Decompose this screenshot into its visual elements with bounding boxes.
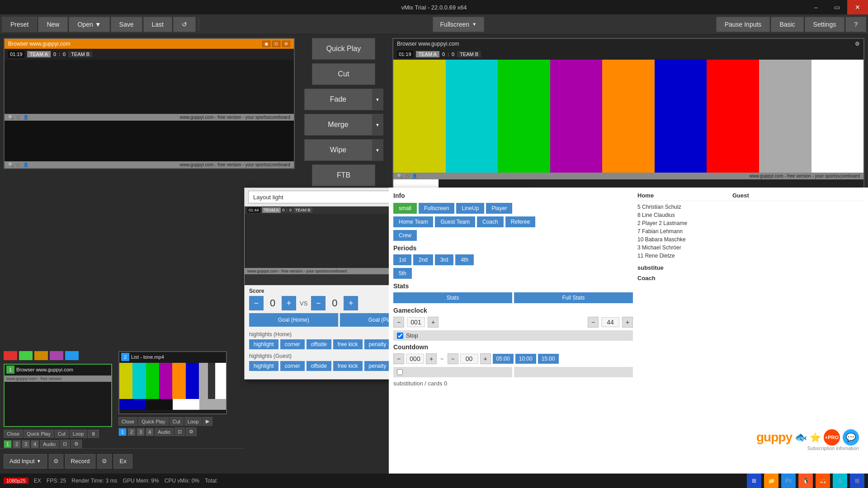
period-1st[interactable]: 1st [393,254,411,265]
right-gear-icon[interactable]: ⚙ [855,41,860,47]
hl-home-corner[interactable]: corner [280,339,305,349]
crew-button[interactable]: Crew [393,230,417,241]
home-team-button[interactable]: Home Team [393,216,433,227]
goal-home-button[interactable]: Goal (Home) [249,313,338,327]
open-button[interactable]: Open ▼ [69,17,109,32]
hl-guest-penalty[interactable]: penalty [364,361,391,371]
input-2-n3[interactable]: 3 [137,428,145,436]
cd-plus2[interactable]: + [480,353,491,364]
firefox-icon[interactable]: 🦊 [816,474,830,488]
folder-icon[interactable]: 📁 [764,474,778,488]
guest-team-button[interactable]: Guest Team [435,216,475,227]
left-gear-icon[interactable]: ⚙ [282,41,290,47]
cd-plus[interactable]: + [426,353,437,364]
cd-time-2[interactable]: 10:00 [515,354,536,364]
input-2-close[interactable]: Close [118,417,137,426]
input-2-n1[interactable]: 1 [118,428,127,436]
input-1[interactable]: 1 Browser www.guppyi.com www.guppyi.com … [4,364,112,427]
input-2-quickplay[interactable]: Quick Play [138,417,169,426]
swatch-orange[interactable] [34,351,48,360]
cd-stop-checkbox[interactable] [397,369,403,375]
save-button[interactable]: Save [111,17,142,32]
input-1-n2[interactable]: 2 [13,440,21,448]
stop-checkbox[interactable] [397,333,403,339]
input-1-cut[interactable]: Cut [55,430,69,438]
cut-button[interactable]: Cut [312,63,375,85]
input-1-n3[interactable]: 3 [22,440,30,448]
merge-button[interactable]: Merge [304,114,373,136]
merge-arrow-button[interactable]: ▼ [373,114,383,136]
score-home-plus[interactable]: + [282,296,296,310]
app3-icon[interactable]: 🐧 [798,474,813,488]
input-1-audio[interactable]: Audio [40,440,59,448]
hl-home-highlight[interactable]: highlight [249,339,278,349]
input-2-gear[interactable]: ⚙ [186,427,197,436]
ftb-button[interactable]: FTB [312,164,375,186]
cd-countdown-bar[interactable]: Cowndown [514,367,633,377]
input-2-cut[interactable]: Cut [170,417,184,426]
new-button[interactable]: New [38,17,68,32]
help-button[interactable]: ? [845,17,866,32]
hl-guest-freekick[interactable]: free kick [333,361,363,371]
gameclock-minus2[interactable]: − [588,317,599,328]
input-1-quickplay[interactable]: Quick Play [24,430,54,438]
fullscreen-info-button[interactable]: Fullscreen [419,203,454,214]
input-2-n2[interactable]: 2 [127,428,136,436]
swatch-green[interactable] [19,351,33,360]
last-button[interactable]: Last [143,17,172,32]
preset-button[interactable]: Preset [2,17,37,32]
record-gear-button[interactable]: ⚙ [97,454,112,469]
settings-button[interactable]: Settings [805,17,845,32]
score-guest-minus[interactable]: − [311,296,326,310]
pause-inputs-button[interactable]: Pause Inputs [716,17,770,32]
period-4th[interactable]: 4th [455,254,474,265]
input-2-monitor[interactable]: ⊡ [175,427,185,436]
hl-guest-offside[interactable]: offside [307,361,331,371]
input-2-play[interactable]: ▶ [203,417,212,426]
add-input-gear-button[interactable]: ⚙ [49,454,63,469]
wipe-arrow-button[interactable]: ▼ [373,139,383,161]
score-home-minus[interactable]: − [249,296,264,310]
hl-home-penalty[interactable]: penalty [364,339,391,349]
cd-minus2[interactable]: − [448,353,458,364]
ex-button[interactable]: Ex [113,454,132,469]
maximize-button[interactable]: ▭ [826,0,847,14]
hl-home-freekick[interactable]: free kick [333,339,363,349]
photoshop-icon[interactable]: Ps [781,474,796,488]
app6-icon[interactable]: ⊞ [850,474,864,488]
input-1-n4[interactable]: 4 [31,440,39,448]
fade-button[interactable]: Fade [304,89,373,110]
swatch-red[interactable] [4,351,17,360]
minimize-button[interactable]: – [806,0,826,14]
add-input-button[interactable]: Add Input ▼ [4,454,47,469]
cd-stop-bar[interactable]: Stop [393,367,512,377]
input-1-monitor[interactable]: ⊡ [60,440,70,448]
swatch-purple[interactable] [50,351,63,360]
period-3rd[interactable]: 3rd [435,254,453,265]
input-1-close[interactable]: Close [4,430,23,438]
fade-arrow-button[interactable]: ▼ [373,89,383,110]
stop-bar[interactable]: Stop [393,330,633,341]
fullscreen-dropdown[interactable]: Fullscreen ▼ [433,17,485,32]
record-button[interactable]: Record [65,454,96,469]
input-1-pause[interactable]: ⏸ [88,430,99,438]
hl-guest-highlight[interactable]: highlight [249,361,278,371]
basic-button[interactable]: Basic [771,17,803,32]
cd-time-1[interactable]: 05:00 [493,354,514,364]
input-2[interactable]: 2 List - tone.mp4 [118,351,227,414]
score-guest-plus[interactable]: + [344,296,358,310]
lineup-button[interactable]: LineUp [456,203,484,214]
chat-badge[interactable]: 💬 [843,429,859,446]
small-button[interactable]: small [393,203,417,214]
quick-play-button[interactable]: Quick Play [312,38,375,60]
full-stats-button[interactable]: Full Stats [514,292,633,303]
swatch-blue[interactable] [65,351,79,360]
cd-time-3[interactable]: 15:00 [538,354,559,364]
subscription-text[interactable]: Subscription infomation [807,446,859,451]
close-button[interactable]: ✕ [847,0,868,14]
player-button[interactable]: Player [486,203,512,214]
left-icon-1[interactable]: ▣ [262,41,270,47]
wipe-button[interactable]: Wipe [304,139,373,161]
input-1-n1[interactable]: 1 [4,440,12,448]
app5-icon[interactable]: S [833,474,847,488]
